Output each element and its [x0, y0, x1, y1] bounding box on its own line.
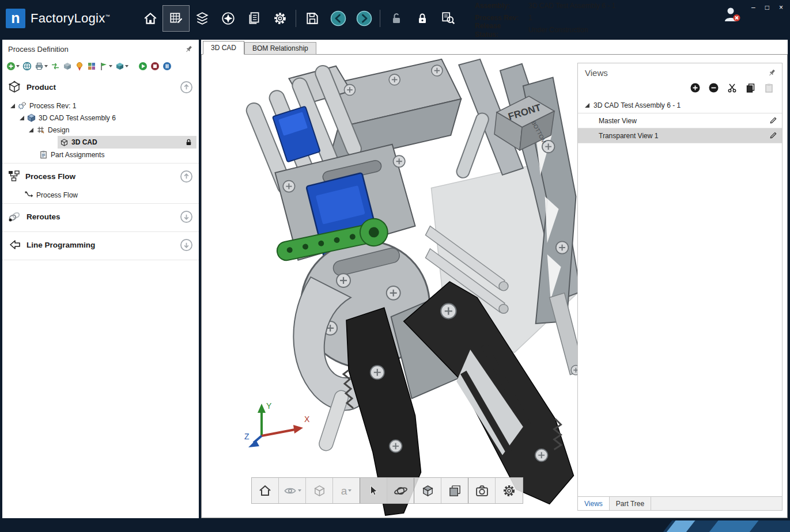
eye-icon	[284, 484, 297, 497]
window-controls: – □ ×	[751, 3, 783, 12]
tree-item-part-assignments[interactable]: Part Assignments	[2, 149, 199, 161]
section-reroutes-header[interactable]: Reroutes	[2, 204, 199, 229]
camera-icon	[475, 484, 489, 498]
release-status-row: Release Status:Under Construction	[475, 24, 615, 36]
section-line-programming: Line Programming	[2, 232, 199, 260]
remove-view-button[interactable]	[709, 83, 719, 93]
section-product-header[interactable]: Product	[2, 74, 199, 100]
documents-icon	[247, 11, 262, 26]
arrow-up-circle-icon	[180, 170, 193, 183]
section-view-button[interactable]	[441, 478, 468, 503]
view-item-transparent[interactable]: Transparent View 1	[578, 128, 782, 143]
documents-button[interactable]	[241, 6, 267, 31]
paste-view-button[interactable]	[764, 83, 774, 93]
expander-icon[interactable]	[29, 128, 33, 132]
view-item-master[interactable]: Master View	[578, 113, 782, 128]
transfer-arrows-icon	[51, 62, 60, 71]
paste-icon	[764, 83, 774, 93]
lock-button[interactable]	[409, 6, 435, 31]
stop-button[interactable]	[150, 60, 160, 72]
tree-item-process-rev[interactable]: Process Rev: 1	[2, 100, 199, 112]
stop-icon	[150, 62, 160, 71]
views-panel-tabs: Views Part Tree	[578, 496, 782, 510]
section-reroutes: Reroutes	[2, 204, 199, 232]
back-button[interactable]	[325, 6, 351, 31]
views-root-label: 3D CAD Test Assembly 6 - 1	[594, 101, 681, 109]
cad-viewport[interactable]: FRONT BOTTOM Y X Z	[201, 54, 788, 518]
isometric-view-button[interactable]	[414, 478, 441, 503]
minimize-button[interactable]: –	[751, 3, 755, 12]
forward-button[interactable]	[351, 6, 377, 31]
process-definition-button[interactable]	[163, 6, 189, 31]
print-button[interactable]	[34, 60, 48, 72]
export-button[interactable]	[115, 60, 129, 72]
collapse-process-flow-button[interactable]	[180, 170, 193, 183]
snapshot-button[interactable]	[468, 478, 496, 503]
section-line-programming-header[interactable]: Line Programming	[2, 232, 199, 257]
tab-bom-relationship[interactable]: BOM Relationship	[244, 42, 316, 55]
materials-button[interactable]	[189, 6, 215, 31]
save-button[interactable]	[299, 6, 325, 31]
shaded-view-button[interactable]	[306, 478, 333, 503]
tree-item-process-flow[interactable]: Process Flow	[2, 189, 199, 201]
transfer-button[interactable]	[50, 60, 61, 72]
orbit-tool-button[interactable]	[387, 478, 414, 503]
compass-icon	[221, 11, 236, 26]
annotations-button[interactable]: a	[333, 478, 360, 503]
viewport-home-button[interactable]	[252, 478, 279, 503]
remove-circle-icon	[709, 83, 719, 93]
tree-item-label: 3D CAD Test Assembly 6	[39, 114, 116, 122]
views-pin-icon[interactable]	[768, 69, 776, 77]
arrow-up-circle-icon	[180, 81, 193, 94]
award-button[interactable]	[74, 60, 85, 72]
cut-view-button[interactable]	[727, 83, 737, 93]
dropdown-caret-icon	[298, 489, 301, 492]
tab-views[interactable]: Views	[578, 497, 610, 510]
select-tool-button[interactable]	[360, 478, 387, 503]
views-tree-root[interactable]: 3D CAD Test Assembly 6 - 1	[578, 98, 782, 113]
home-button[interactable]	[137, 6, 163, 31]
flag-button[interactable]	[99, 60, 113, 72]
visibility-button[interactable]	[279, 478, 306, 503]
save-icon	[305, 11, 320, 26]
settings-button[interactable]	[267, 6, 293, 31]
collapse-product-button[interactable]	[180, 81, 193, 94]
expander-icon[interactable]	[20, 116, 24, 120]
pause-button[interactable]	[162, 60, 172, 72]
section-product: Product Process Rev: 1 3D CAD Test Assem…	[2, 74, 199, 164]
navigation-button[interactable]	[215, 6, 241, 31]
iso-box-icon	[421, 484, 434, 497]
tree-item-3d-cad[interactable]: 3D CAD	[58, 136, 196, 149]
expand-line-programming-button[interactable]	[180, 238, 193, 252]
panel-title: Process Definition	[8, 45, 184, 54]
find-part-button[interactable]	[435, 6, 461, 31]
copy-view-button[interactable]	[746, 83, 755, 93]
components-button[interactable]	[86, 60, 97, 72]
pin-icon[interactable]	[184, 45, 193, 54]
user-icon	[722, 6, 742, 23]
unlock-icon	[390, 12, 403, 25]
view-cube[interactable]: FRONT BOTTOM	[489, 89, 561, 159]
dropdown-caret-icon	[16, 65, 20, 67]
tree-item-assembly[interactable]: 3D CAD Test Assembly 6	[2, 112, 199, 124]
viewer-settings-button[interactable]	[496, 478, 523, 503]
maximize-button[interactable]: □	[765, 3, 769, 12]
user-account-button[interactable]	[722, 6, 742, 25]
add-view-button[interactable]	[690, 83, 700, 93]
edit-view-button[interactable]	[769, 131, 777, 140]
tab-3d-cad[interactable]: 3D CAD	[203, 41, 244, 55]
web-sync-button[interactable]	[22, 60, 32, 72]
close-button[interactable]: ×	[779, 3, 783, 12]
tree-item-design[interactable]: Design	[2, 124, 199, 136]
edit-view-button[interactable]	[769, 116, 777, 125]
expander-icon[interactable]	[585, 103, 589, 108]
section-process-flow-header[interactable]: Process Flow	[2, 164, 199, 189]
sidebar-toolbar	[2, 58, 199, 74]
template-button[interactable]	[62, 60, 73, 72]
add-button[interactable]	[6, 60, 20, 72]
tab-part-tree[interactable]: Part Tree	[610, 497, 651, 510]
unlock-button[interactable]	[383, 6, 409, 31]
expander-icon[interactable]	[10, 104, 15, 108]
start-button[interactable]	[138, 60, 148, 72]
expand-reroutes-button[interactable]	[180, 210, 193, 223]
